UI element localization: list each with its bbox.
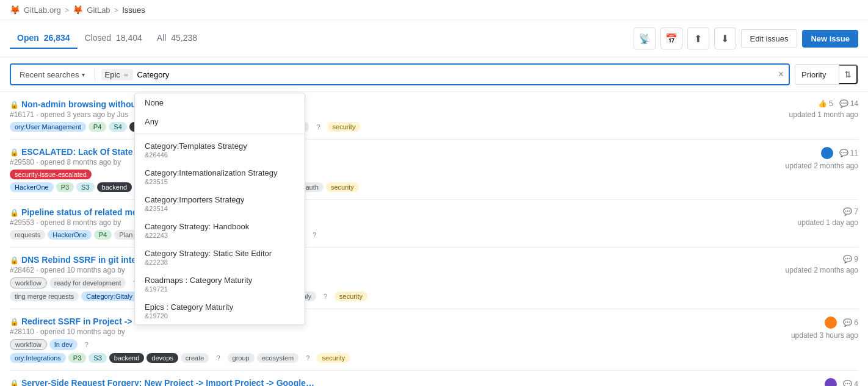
tab-open[interactable]: Open 26,834 (10, 28, 78, 49)
filter-token-epic: Epic = (101, 69, 134, 80)
confidential-icon: 🔒 (10, 256, 19, 265)
edit-issues-button[interactable]: Edit issues (741, 29, 798, 48)
tag: ? (319, 291, 332, 301)
breadcrumb: 🦊 GitLab.org > 🦊 GitLab > Issues (10, 5, 145, 15)
tag[interactable]: devops (146, 353, 178, 363)
avatar (821, 147, 833, 159)
rss-button[interactable]: 📡 (634, 27, 656, 49)
issue-meta: #28462 · opened 10 months ago by (10, 266, 754, 274)
tag[interactable]: In dev (49, 339, 78, 350)
issue-stats: 💬 6 (825, 316, 858, 329)
tag[interactable]: P3 (56, 182, 74, 192)
tag[interactable]: HackerOne (10, 182, 54, 192)
tag[interactable]: S3 (89, 353, 106, 363)
issue-stats: 💬 7 (843, 207, 858, 216)
issues-header: Open 26,834 Closed 18,404 All 45,238 📡 📅… (0, 20, 868, 57)
tag[interactable]: S3 (76, 182, 94, 192)
sort-direction-button[interactable]: ⇅ (839, 65, 858, 84)
recent-searches-label: Recent searches (20, 70, 79, 79)
breadcrumb-project[interactable]: GitLab (87, 5, 110, 15)
issue-tags: requests HackerOne P4 Plan [DEPRECATED] … (10, 230, 754, 240)
tag[interactable]: create (181, 353, 209, 363)
comments-count: 💬 6 (843, 318, 858, 327)
breadcrumb-org[interactable]: GitLab.org (24, 5, 61, 15)
issue-tags: security-issue-escalated (10, 170, 754, 179)
tab-all[interactable]: All 45,238 (150, 28, 204, 49)
issue-right: 💬 11 updated 2 months ago (761, 147, 858, 170)
issue-meta: #29553 · opened 8 months ago by (10, 218, 754, 227)
tab-group: Open 26,834 Closed 18,404 All 45,238 (10, 28, 204, 49)
sort-select[interactable]: Priority (795, 66, 839, 83)
tag[interactable]: ory:User Management (10, 122, 86, 132)
tag-workflow[interactable]: workflow (10, 277, 47, 288)
dropdown-item-roadmaps[interactable]: Roadmaps : Category Maturity &19721 (135, 271, 305, 298)
avatar (825, 316, 837, 329)
tag[interactable]: security (326, 182, 359, 192)
issue-right: 💬 4 updated 5 months ago (761, 378, 858, 386)
tag[interactable]: ting merge requests (10, 291, 79, 301)
tag[interactable]: security (328, 122, 361, 132)
tag[interactable]: S4 (109, 122, 126, 132)
tab-closed[interactable]: Closed 18,404 (78, 28, 150, 49)
calendar-button[interactable]: 📅 (660, 27, 682, 49)
filter-clear-button[interactable]: × (778, 70, 784, 79)
comments-count: 💬 9 (843, 255, 858, 263)
tag[interactable]: P3 (68, 353, 86, 363)
tag[interactable]: ecosystem (257, 353, 299, 363)
issue-stats: 💬 9 (843, 255, 858, 263)
issue-main: 🔒 Redirect SSRF in Project -> Inte #2811… (10, 316, 754, 363)
dropdown-item-epics[interactable]: Epics : Category Maturity &19720 (135, 298, 305, 324)
tag[interactable]: ory:Integrations (10, 353, 66, 363)
tag[interactable]: backend (109, 353, 145, 363)
tag-workflow[interactable]: workflow (10, 339, 47, 350)
dropdown-item-any[interactable]: Any (135, 112, 305, 131)
issue-right: 💬 7 updated 1 day ago (761, 207, 858, 227)
comments-count: 💬 4 (843, 380, 858, 386)
tag[interactable]: requests (10, 230, 45, 240)
issue-tags: HackerOne P3 S3 backend devops manage ? … (10, 182, 754, 192)
new-issue-button[interactable]: New issue (802, 30, 858, 48)
tag[interactable]: P4 (89, 122, 106, 132)
topbar: 🦊 GitLab.org > 🦊 GitLab > Issues (0, 0, 868, 20)
issues-list: 🔒 Non-admin browsing without imp #16171 … (0, 92, 868, 386)
issue-main: 🔒 ESCALATED: Lack Of State Para #29580 ·… (10, 147, 754, 192)
tag: ? (301, 353, 314, 363)
tag[interactable]: backend (97, 182, 132, 192)
comments-count: 💬 14 (839, 99, 858, 108)
issue-meta: #16171 · opened 3 years ago by Jus (10, 110, 754, 119)
dropdown-item-static[interactable]: Category Strategy: Static Site Editor &2… (135, 244, 305, 271)
issue-title[interactable]: 🔒 Server-Side Request Forgery: New Proje… (10, 378, 315, 386)
confidential-icon: 🔒 (10, 101, 19, 109)
tag-escalated[interactable]: security-issue-escalated (10, 170, 92, 179)
issue-updated: updated 2 months ago (786, 162, 858, 170)
confidential-icon: 🔒 (10, 379, 19, 386)
issue-main: 🔒 Server-Side Request Forgery: New Proje… (10, 378, 754, 386)
confidential-icon: 🔒 (10, 209, 19, 217)
tag[interactable]: ready for development (49, 277, 126, 288)
tag: ? (311, 122, 325, 132)
issue-main: 🔒 Pipeline status of related merge #2955… (10, 207, 754, 240)
export-button[interactable]: ⬆ (687, 27, 709, 49)
dropdown-item-handbook[interactable]: Category Strategy: Handbook &22243 (135, 217, 305, 244)
issue-tags: workflow In dev ? (10, 339, 754, 350)
tag[interactable]: group (228, 353, 255, 363)
filter-text-input[interactable] (137, 70, 774, 79)
recent-searches-button[interactable]: Recent searches ▾ (16, 69, 89, 80)
issue-main: 🔒 DNS Rebind SSRF in git integra #28462 … (10, 255, 754, 301)
download-button[interactable]: ⬇ (714, 27, 736, 49)
tag[interactable]: Category:Gitaly (81, 291, 137, 301)
dropdown-item-i18n[interactable]: Category:Internationalization Strategy &… (135, 163, 305, 190)
likes-count: 👍 5 (818, 99, 833, 108)
filter-divider (95, 68, 95, 80)
issue-updated: updated 1 month ago (789, 110, 858, 119)
tag[interactable]: security (335, 291, 367, 301)
breadcrumb-page: Issues (122, 5, 145, 15)
tag[interactable]: security (317, 353, 350, 363)
issue-stats: 💬 4 (825, 378, 858, 386)
issue-tags: ory:User Management P4 S4 devops manage … (10, 122, 754, 132)
dropdown-item-importers[interactable]: Category:Importers Strategy &23514 (135, 190, 305, 217)
dropdown-item-none[interactable]: None (135, 93, 305, 112)
dropdown-item-templates[interactable]: Category:Templates Strategy &26446 (135, 137, 305, 163)
tag[interactable]: HackerOne (48, 230, 92, 240)
tag[interactable]: P4 (94, 230, 112, 240)
